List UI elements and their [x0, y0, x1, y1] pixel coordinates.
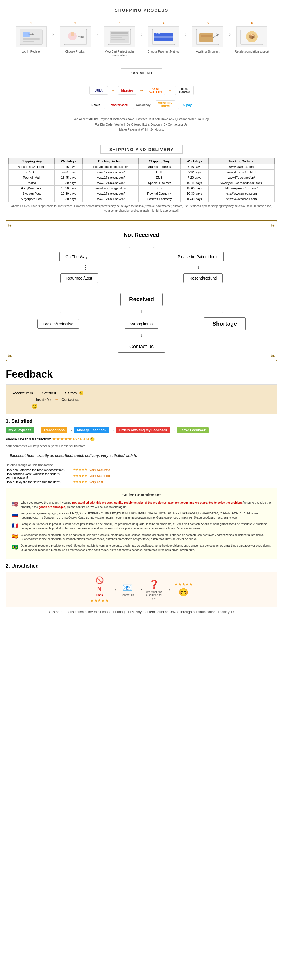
- shipping-title: SHIPPING AND DELIVERY: [101, 145, 182, 154]
- table-cell: www.17track.net/en/: [83, 180, 138, 186]
- payment-mc: MasterCard: [108, 101, 130, 109]
- rating-question: How quickly did the seller ship the item…: [6, 480, 71, 484]
- step-arrow-3: ›: [141, 31, 142, 37]
- rating-stars: ★★★★★: [73, 468, 87, 471]
- step-1-image: Login: [16, 26, 47, 48]
- step-2-num: 2: [74, 21, 76, 25]
- stop-text: STOP: [96, 594, 103, 597]
- five-stars-label: 5 Stars: [65, 391, 77, 395]
- table-cell: http://www.sinoair.com: [208, 196, 274, 202]
- process-step-1: 1 Login Log In Register: [11, 21, 51, 53]
- flow-down-3b: ↓: [140, 309, 142, 315]
- solution-icon: ❓: [149, 579, 159, 589]
- nav-arrow-4: →: [171, 428, 176, 433]
- payment-arrow-3: →: [168, 88, 172, 93]
- feedback-section: Feedback Receive item → Satisfied → 5 St…: [0, 364, 283, 618]
- table-row: Post Air Mail15-45 dayswww.17track.net/e…: [9, 175, 275, 180]
- flag-icon: 🇧🇷: [11, 544, 18, 551]
- table-cell: http://global.cainiao.com/: [83, 164, 138, 170]
- col-header-1: Weekdays: [54, 158, 83, 164]
- payment-note-line3: Make Payment Within 24 Hours.: [119, 128, 164, 131]
- payment-title: PAYMENT: [121, 68, 162, 77]
- table-cell: Roymal Economy: [138, 191, 180, 196]
- table-cell: 10-30 days: [180, 196, 208, 202]
- nav-manage-feedback[interactable]: Manage Feedback: [74, 427, 109, 433]
- commit-highlight-text: with this product,: [89, 501, 114, 504]
- ratings-container: How accurate was the product description…: [6, 468, 277, 484]
- table-cell: 10-30 days: [54, 186, 83, 191]
- corner-br: ❧: [270, 353, 275, 359]
- feedback-highlight-quote: Excellent item, exactly as described, qu…: [6, 450, 277, 460]
- shopping-process-title: SHOPPING PROCESS: [106, 6, 177, 14]
- col-header-2: Tracking Website: [83, 158, 138, 164]
- commit-highlight-text: goods are damaged: [38, 505, 65, 509]
- table-cell: 10-30 days: [180, 191, 208, 196]
- table-cell: 7-20 days: [54, 170, 83, 175]
- flow-down-2b: ↓: [197, 264, 200, 270]
- table-cell: 15-60 days: [180, 186, 208, 191]
- table-cell: PostNL: [9, 180, 54, 186]
- payment-note-line2: For Big Order You Will Be Offered Extra …: [95, 123, 189, 126]
- wrong-items-box: Wrong items: [125, 319, 158, 329]
- fb-arrow-2: →: [58, 390, 63, 395]
- rating-question: How accurate was the product description…: [6, 468, 71, 471]
- corner-tr: ❧: [270, 222, 275, 229]
- table-row: PostNL10-30 dayswww.17track.net/en/Speci…: [9, 180, 275, 186]
- feedback-flow-row-1: Receive item → Satisfied → 5 Stars 🙂: [11, 390, 272, 395]
- payment-bank: bankTransfer: [175, 86, 193, 95]
- payment-maestro: Maestro: [118, 86, 136, 95]
- happy-group: ★★★★★ 😊: [174, 582, 193, 597]
- nav-leave-feedback[interactable]: Leave Feedback: [177, 427, 209, 433]
- flow-row-1: Not Received: [12, 229, 271, 242]
- table-cell: Aramex Express: [138, 164, 180, 170]
- col-header-4: Weekdays: [180, 158, 208, 164]
- svg-point-7: [71, 32, 74, 36]
- table-cell: 10-30 days: [54, 180, 83, 186]
- process-step-4: 4 CARD Choose Payment Method: [144, 21, 183, 53]
- table-cell: www.17track.net/en/: [83, 191, 138, 196]
- step-6-image: 📦: [236, 26, 267, 48]
- payment-visa: VISA: [90, 86, 108, 95]
- nav-my-aliexpress[interactable]: My Aliexpress: [6, 427, 34, 433]
- payment-row-1: VISA → Maestro → QIWIWALLET → bankTransf…: [90, 86, 193, 95]
- step-4-image: CARD: [148, 26, 179, 48]
- flow-down-3a: ↓: [59, 309, 62, 315]
- flow-row-6: Contact us: [12, 340, 271, 353]
- nav-orders-awaiting[interactable]: Orders Awaiting My Feedback: [116, 427, 170, 433]
- corner-tl: ❧: [8, 222, 13, 229]
- svg-text:Product: Product: [78, 36, 84, 38]
- col-header-5: Tracking Website: [208, 158, 274, 164]
- feedback-flow-box: Receive item → Satisfied → 5 Stars 🙂 Uns…: [6, 384, 277, 414]
- commitment-row: 🇪🇸Cuando usted recibe el producto, si le…: [11, 533, 272, 541]
- flow-arrows-row2: ↓ ↓ ↓: [12, 308, 271, 315]
- shipping-note: Above Delivery Date is applicable for mo…: [8, 204, 275, 213]
- rating-label-text: Very Satisfied: [90, 474, 110, 477]
- table-cell: 10-30 days: [54, 191, 83, 196]
- fb-arrow-1: →: [35, 390, 40, 395]
- broken-defective-box: Broken/Defective: [37, 319, 80, 329]
- nav-arrow-1: →: [35, 428, 40, 433]
- flowchart-border: ❧ ❧ ❧ ❧ Not Received ↓ ↓ On The Way Plea…: [6, 220, 277, 361]
- commitment-text: Cuando usted recibe el producto, si le n…: [21, 533, 272, 541]
- received-box: Received: [120, 293, 163, 306]
- commit-highlight-text: not satisfied: [72, 501, 89, 504]
- commit-normal-text: , please contact us, we will be free to …: [66, 505, 127, 509]
- payment-arrow-1: →: [111, 88, 115, 93]
- table-cell: 10-45 days: [180, 180, 208, 186]
- process-step-3: 3 View Cart Perfect order information: [100, 21, 139, 57]
- happy-face: 😊: [179, 588, 189, 597]
- flowchart-section: ❧ ❧ ❧ ❧ Not Received ↓ ↓ On The Way Plea…: [0, 217, 283, 364]
- rating-row: How accurate was the product description…: [6, 468, 277, 471]
- svg-rect-12: [111, 35, 128, 36]
- nav-transactions[interactable]: Transactions: [41, 427, 67, 433]
- table-cell: DHL: [138, 170, 180, 175]
- rate-section: Please rate this transaction: ★★★★★ Exce…: [6, 436, 277, 442]
- table-cell: www.17track.net/en/: [83, 175, 138, 180]
- step-4-num: 4: [163, 21, 165, 25]
- commitment-row: 🇷🇺Когда вы получаете продукт, если вы НЕ…: [11, 511, 272, 520]
- table-row: Sweden Post10-30 dayswww.17track.net/en/…: [9, 191, 275, 196]
- feedback-flow-row-2: Unsatisfied → Contact us: [34, 397, 272, 402]
- process-step-5: 5 Awaiting Shipment: [188, 21, 227, 53]
- svg-rect-13: [111, 37, 122, 38]
- rating-stars: ★★★★★: [73, 480, 87, 484]
